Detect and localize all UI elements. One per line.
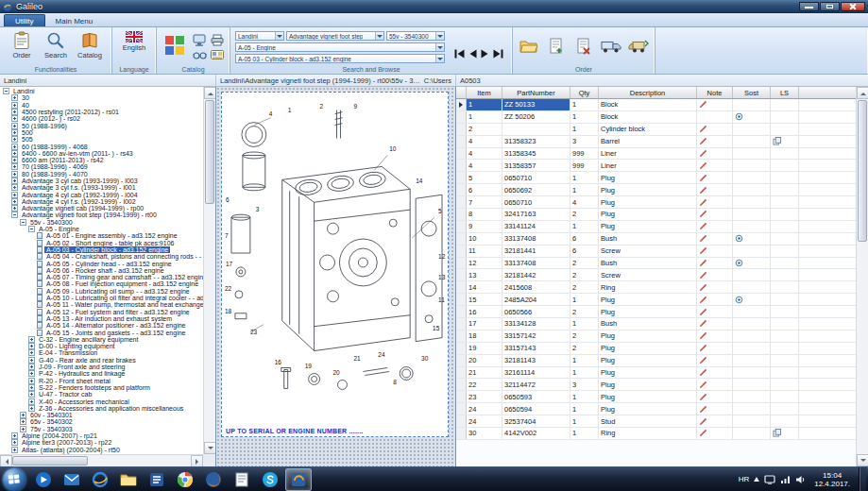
tree-toggle-icon[interactable]	[11, 192, 18, 198]
preview-button[interactable]	[192, 48, 207, 61]
scroll-left-button[interactable]	[0, 455, 12, 466]
cell-description[interactable]: Block	[599, 99, 697, 110]
tree-toggle-icon[interactable]	[20, 426, 26, 432]
cell-ls[interactable]	[771, 246, 799, 257]
note-pencil-icon[interactable]	[699, 198, 707, 207]
tree-toggle-icon[interactable]	[28, 349, 35, 356]
tree-toggle-icon[interactable]	[20, 418, 26, 425]
cell-qty[interactable]: 1	[570, 172, 599, 183]
cell-item[interactable]: 15	[467, 294, 502, 305]
first-button[interactable]	[454, 49, 465, 59]
cell-partnumber[interactable]: 32181143	[502, 355, 570, 366]
cell-sost[interactable]	[733, 258, 771, 269]
cell-description[interactable]: Plug	[599, 172, 697, 183]
tree-item[interactable]: 65v - 3540302	[0, 418, 203, 425]
diagram-callouts[interactable]: 1294310145121311153067172218231619202124…	[225, 103, 446, 386]
cell-ls[interactable]	[771, 258, 799, 269]
sost-icon[interactable]	[735, 112, 743, 121]
cell-description[interactable]: Cylinder block	[599, 124, 697, 135]
cell-ls[interactable]	[771, 306, 799, 317]
tree-toggle-icon[interactable]	[11, 432, 18, 439]
cell-sost[interactable]	[733, 306, 771, 317]
col-item[interactable]: Item	[467, 87, 502, 98]
cell-item[interactable]: 23	[467, 391, 502, 402]
cell-partnumber[interactable]: 0650710	[502, 196, 570, 208]
tree-item[interactable]: 70 (1988-1996) - 4069	[0, 163, 203, 170]
cell-partnumber[interactable]: 0650710	[502, 172, 570, 183]
info-card-button[interactable]	[210, 48, 225, 61]
taskbar-mail[interactable]	[59, 468, 85, 491]
cell-qty[interactable]: 2	[570, 281, 599, 293]
cell-description[interactable]: Plug	[599, 343, 697, 354]
cell-qty[interactable]: 1	[570, 221, 599, 232]
cell-item[interactable]: 7	[467, 196, 502, 208]
dropdown-arrow-icon[interactable]	[435, 43, 444, 51]
cell-item[interactable]: 4	[467, 136, 502, 147]
tree-toggle-icon[interactable]	[11, 136, 18, 143]
scroll-right-button[interactable]	[191, 455, 203, 466]
tree-item[interactable]: 60v - 3540301	[0, 412, 203, 418]
table-row[interactable]: 21 32161114 1 Plug	[456, 367, 856, 380]
cell-description[interactable]: Barrel	[599, 136, 697, 147]
cell-description[interactable]: Bush	[599, 233, 697, 245]
model-combo[interactable]: Advantage vigneti foot step	[286, 31, 384, 41]
tree-item[interactable]: 6600 am (2011-2013) - rs42	[0, 157, 203, 163]
cell-item[interactable]: 5	[467, 172, 502, 183]
cell-note[interactable]	[697, 306, 733, 317]
tree-item[interactable]: P-42 - Hydraulics and linkage	[0, 370, 203, 377]
cell-sost[interactable]	[733, 379, 771, 390]
cell-description[interactable]: Plug	[599, 330, 697, 342]
cell-ls[interactable]	[771, 330, 799, 342]
cell-ls[interactable]	[771, 184, 799, 195]
tree-toggle-icon[interactable]	[37, 280, 43, 287]
cell-partnumber[interactable]: 2485A204	[502, 294, 570, 305]
cell-sost[interactable]	[733, 403, 771, 415]
tree-item[interactable]: A-05 11 - Water pump, thermostat and hea…	[0, 301, 203, 308]
note-pencil-icon[interactable]	[699, 259, 707, 267]
cell-partnumber[interactable]: 31358323	[502, 136, 570, 147]
note-pencil-icon[interactable]	[699, 417, 707, 426]
tree-item[interactable]: A-05 10 - Lubricating oil filter and int…	[0, 295, 203, 301]
cell-partnumber[interactable]: 32114472	[502, 379, 570, 390]
taskbar-notepad[interactable]	[229, 468, 255, 491]
row-selector[interactable]	[456, 428, 467, 439]
tree-toggle-icon[interactable]	[11, 205, 18, 212]
tree-toggle-icon[interactable]	[28, 343, 35, 349]
tree-toggle-icon[interactable]	[37, 261, 43, 267]
cell-item[interactable]: 14	[467, 281, 502, 293]
cell-item[interactable]: 11	[467, 246, 502, 257]
sost-icon[interactable]	[735, 296, 743, 304]
cell-description[interactable]: Screw	[599, 269, 697, 280]
row-selector[interactable]	[456, 160, 467, 171]
tree-item[interactable]: 505	[0, 136, 203, 143]
cell-description[interactable]: Plug	[599, 403, 697, 415]
ls-document-icon[interactable]	[773, 137, 782, 145]
note-pencil-icon[interactable]	[699, 393, 707, 401]
table-row[interactable]: 2 1 Cylinder block	[456, 124, 856, 136]
cell-sost[interactable]	[733, 246, 771, 257]
cell-note[interactable]	[697, 403, 733, 415]
table-row[interactable]: 8 32417163 2 Plug	[456, 209, 856, 221]
row-selector[interactable]	[456, 415, 467, 427]
cell-description[interactable]: Stud	[599, 415, 697, 427]
taskbar-chrome[interactable]	[172, 468, 198, 491]
minimize-button[interactable]	[799, 2, 819, 11]
variant-combo[interactable]: 55v - 3540300	[386, 31, 445, 41]
cell-ls[interactable]	[771, 367, 799, 379]
tree-item[interactable]: S-22 - Fenders footsteps and platform	[0, 384, 203, 391]
table-row[interactable]: 20 32181143 1 Plug	[456, 355, 856, 367]
cell-qty[interactable]: 1	[570, 294, 599, 305]
volume-tray-icon[interactable]	[795, 475, 806, 484]
row-selector[interactable]	[456, 196, 467, 208]
search-button[interactable]: Search	[39, 29, 73, 59]
maximize-button[interactable]	[820, 2, 840, 11]
note-pencil-icon[interactable]	[699, 381, 707, 389]
catalog-button[interactable]: Catalog	[73, 29, 107, 59]
row-selector[interactable]	[456, 184, 467, 195]
cell-sost[interactable]	[733, 209, 771, 220]
cell-note[interactable]	[697, 172, 733, 183]
cell-description[interactable]: Plug	[599, 196, 697, 208]
tree-toggle-icon[interactable]	[28, 364, 35, 370]
tree-item[interactable]: Advantage vigneti foot step (1994-1999) …	[0, 212, 203, 218]
cell-item[interactable]: 12	[467, 258, 502, 269]
